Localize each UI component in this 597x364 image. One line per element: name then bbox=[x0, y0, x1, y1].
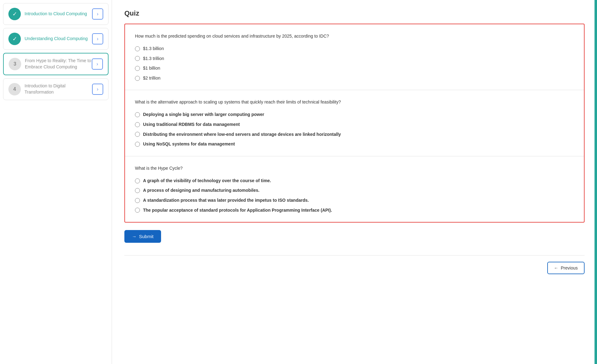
sidebar-item-3-label: From Hype to Reality: The Time to Embrac… bbox=[25, 58, 92, 70]
main-content: Quiz How much is the predicted spending … bbox=[112, 0, 597, 364]
question-3-label-d: The popular acceptance of standard proto… bbox=[143, 207, 332, 214]
question-2-label-c: Distributing the environment where low-e… bbox=[143, 131, 341, 138]
question-1-label-d: $2 trillion bbox=[143, 75, 160, 81]
question-1-option-b[interactable]: $1.3 trillion bbox=[135, 56, 574, 62]
sidebar-item-3[interactable]: 3 From Hype to Reality: The Time to Embr… bbox=[3, 53, 109, 75]
sidebar-item-4-label: Introduction to Digital Transformation bbox=[25, 83, 92, 95]
question-2-option-b[interactable]: Using traditional RDBMS for data managem… bbox=[135, 122, 574, 128]
question-1-label-b: $1.3 trillion bbox=[143, 56, 164, 62]
question-2-radio-b[interactable] bbox=[135, 122, 140, 127]
question-3-option-c[interactable]: A standardization process that was later… bbox=[135, 197, 574, 204]
sidebar-item-2-arrow[interactable]: › bbox=[92, 33, 103, 44]
question-1-option-a[interactable]: $1.3 billion bbox=[135, 46, 574, 52]
sidebar-item-3-icon: 3 bbox=[9, 58, 21, 70]
question-2-radio-c[interactable] bbox=[135, 132, 140, 137]
sidebar-item-2-icon: ✓ bbox=[8, 33, 21, 45]
question-3-label-a: A graph of the visibility of technology … bbox=[143, 178, 271, 184]
question-3-radio-d[interactable] bbox=[135, 208, 140, 213]
submit-arrow-icon: → bbox=[132, 234, 137, 239]
question-3-option-a[interactable]: A graph of the visibility of technology … bbox=[135, 178, 574, 184]
question-1-option-d[interactable]: $2 trillion bbox=[135, 75, 574, 81]
question-3-block: What is the Hype Cycle? A graph of the v… bbox=[125, 156, 584, 222]
sidebar-item-3-left: 3 From Hype to Reality: The Time to Embr… bbox=[9, 58, 92, 70]
sidebar-item-1-icon: ✓ bbox=[8, 8, 21, 20]
quiz-container: How much is the predicted spending on cl… bbox=[124, 24, 585, 223]
submit-button[interactable]: → Submit bbox=[124, 230, 161, 243]
sidebar-item-2-left: ✓ Understanding Cloud Computing bbox=[8, 33, 92, 45]
sidebar-item-2[interactable]: ✓ Understanding Cloud Computing › bbox=[3, 28, 109, 50]
teal-border bbox=[595, 0, 597, 364]
sidebar-item-2-label: Understanding Cloud Computing bbox=[25, 36, 88, 42]
submit-label: Submit bbox=[139, 234, 154, 239]
question-2-option-c[interactable]: Distributing the environment where low-e… bbox=[135, 131, 574, 138]
bottom-nav: ← Previous bbox=[124, 255, 585, 274]
sidebar-item-1-arrow[interactable]: › bbox=[92, 8, 103, 20]
question-1-label-a: $1.3 billion bbox=[143, 46, 164, 52]
question-2-label-b: Using traditional RDBMS for data managem… bbox=[143, 122, 240, 128]
question-2-label-a: Deploying a single big server with large… bbox=[143, 112, 264, 118]
sidebar-item-3-arrow[interactable]: › bbox=[92, 58, 103, 70]
question-3-radio-a[interactable] bbox=[135, 178, 140, 183]
question-1-block: How much is the predicted spending on cl… bbox=[125, 24, 584, 90]
question-3-option-d[interactable]: The popular acceptance of standard proto… bbox=[135, 207, 574, 214]
question-2-radio-a[interactable] bbox=[135, 112, 140, 117]
question-2-block: What is the alternative approach to scal… bbox=[125, 90, 584, 156]
question-2-option-a[interactable]: Deploying a single big server with large… bbox=[135, 112, 574, 118]
question-3-options: A graph of the visibility of technology … bbox=[135, 178, 574, 213]
sidebar-item-4-arrow[interactable]: › bbox=[92, 84, 103, 95]
question-1-options: $1.3 billion $1.3 trillion $1 billion $2… bbox=[135, 46, 574, 81]
sidebar-item-4-left: 4 Introduction to Digital Transformation bbox=[8, 83, 92, 95]
question-3-label-b: A process of designing and manufacturing… bbox=[143, 187, 259, 194]
question-3-option-b[interactable]: A process of designing and manufacturing… bbox=[135, 187, 574, 194]
sidebar-item-4-icon: 4 bbox=[8, 83, 21, 95]
question-3-radio-c[interactable] bbox=[135, 198, 140, 203]
sidebar-item-4-number: 4 bbox=[13, 86, 16, 92]
sidebar-item-1[interactable]: ✓ Introduction to Cloud Computing › bbox=[3, 3, 109, 25]
sidebar-item-4[interactable]: 4 Introduction to Digital Transformation… bbox=[3, 78, 109, 100]
question-2-option-d[interactable]: Using NoSQL systems for data management bbox=[135, 141, 574, 147]
question-3-radio-b[interactable] bbox=[135, 188, 140, 193]
question-2-label-d: Using NoSQL systems for data management bbox=[143, 141, 235, 147]
previous-arrow-icon: ← bbox=[554, 265, 558, 270]
question-2-options: Deploying a single big server with large… bbox=[135, 112, 574, 147]
question-2-radio-d[interactable] bbox=[135, 142, 140, 147]
question-3-text: What is the Hype Cycle? bbox=[135, 165, 574, 172]
question-1-label-c: $1 billion bbox=[143, 65, 160, 71]
question-1-radio-c[interactable] bbox=[135, 66, 140, 71]
previous-button[interactable]: ← Previous bbox=[547, 262, 585, 274]
quiz-title: Quiz bbox=[124, 9, 585, 17]
sidebar-item-1-label: Introduction to Cloud Computing bbox=[25, 11, 87, 17]
question-1-option-c[interactable]: $1 billion bbox=[135, 65, 574, 71]
question-1-radio-b[interactable] bbox=[135, 56, 140, 61]
question-3-label-c: A standardization process that was later… bbox=[143, 197, 309, 204]
question-2-text: What is the alternative approach to scal… bbox=[135, 99, 574, 105]
previous-label: Previous bbox=[561, 265, 578, 270]
sidebar: ✓ Introduction to Cloud Computing › ✓ Un… bbox=[0, 0, 112, 364]
sidebar-item-3-number: 3 bbox=[14, 61, 16, 67]
question-1-radio-d[interactable] bbox=[135, 76, 140, 81]
question-1-text: How much is the predicted spending on cl… bbox=[135, 33, 574, 39]
sidebar-item-1-left: ✓ Introduction to Cloud Computing bbox=[8, 8, 92, 20]
question-1-radio-a[interactable] bbox=[135, 46, 140, 51]
